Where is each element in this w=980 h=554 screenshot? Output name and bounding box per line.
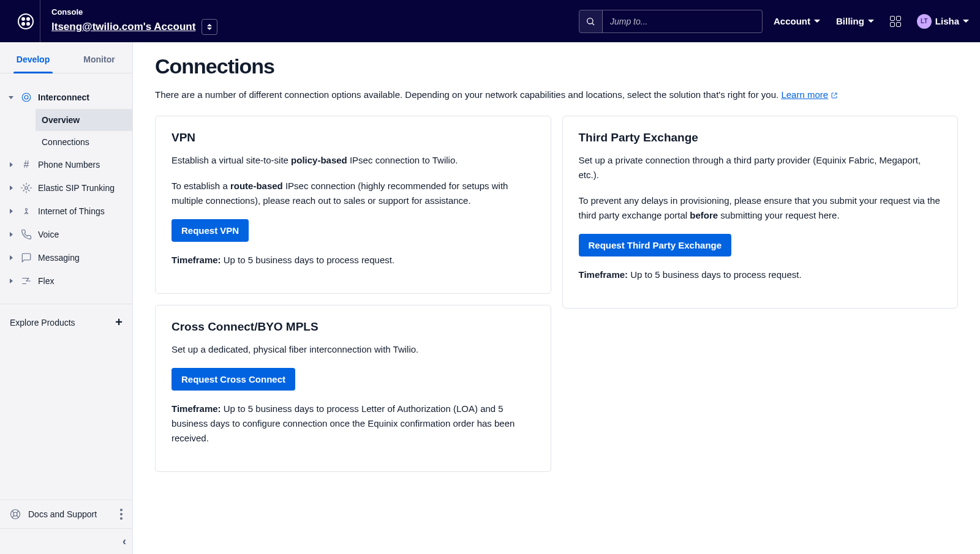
request-vpn-button[interactable]: Request VPN [172, 219, 249, 242]
card-text: To prevent any delays in provisioning, p… [579, 193, 942, 223]
hash-icon: # [21, 159, 32, 170]
top-nav: Account Billing LT Lisha [774, 14, 969, 29]
account-block: Console ltseng@twilio.com's Account [51, 7, 217, 35]
explore-label: Explore Products [10, 318, 75, 328]
card-title: VPN [172, 131, 535, 144]
chevron-right-icon [10, 209, 13, 214]
cards-grid: VPN Establish a virtual site-to-site pol… [155, 116, 958, 472]
account-switcher-button[interactable] [202, 19, 217, 35]
sidebar-item-label: Internet of Things [38, 206, 105, 216]
sidebar-item-interconnect[interactable]: Interconnect [0, 86, 132, 109]
chevron-right-icon [10, 162, 13, 167]
svg-point-0 [587, 18, 593, 23]
twilio-logo-icon [18, 13, 34, 29]
sidebar-nav: Interconnect Overview Connections # Phon… [0, 73, 132, 500]
search-input[interactable] [603, 10, 762, 32]
sidebar-item-label: Voice [38, 230, 59, 239]
request-tpx-button[interactable]: Request Third Party Exchange [579, 234, 732, 256]
docs-and-support[interactable]: Docs and Support [0, 500, 132, 528]
user-avatar: LT [917, 14, 932, 29]
intro-text: There are a number of different connecti… [155, 89, 781, 100]
page-title: Connections [155, 54, 958, 78]
docs-label: Docs and Support [28, 509, 97, 519]
account-name-link[interactable]: ltseng@twilio.com's Account [51, 21, 195, 33]
timeframe: Timeframe: Up to 5 business days to proc… [172, 253, 535, 268]
lifebuoy-icon [10, 509, 21, 520]
chevron-down-icon [963, 20, 969, 23]
explore-products[interactable]: Explore Products + [0, 308, 132, 337]
card-title: Third Party Exchange [579, 131, 942, 144]
account-menu[interactable]: Account [774, 16, 820, 26]
timeframe: Timeframe: Up to 5 business days to proc… [579, 268, 942, 282]
page-intro: There are a number of different connecti… [155, 89, 958, 100]
card-third-party-exchange: Third Party Exchange Set up a private co… [562, 116, 959, 309]
chevron-right-icon [10, 255, 13, 260]
brand-logo[interactable] [11, 0, 40, 42]
card-text: Establish a virtual site-to-site policy-… [172, 153, 535, 168]
svg-line-1 [592, 23, 594, 25]
card-text: Set up a private connection through a th… [579, 153, 942, 182]
chevron-down-icon [868, 20, 874, 23]
sidebar-item-label: Phone Numbers [38, 160, 100, 170]
sidebar-subitem-connections[interactable]: Connections [36, 131, 132, 153]
sidebar-item-elastic-sip[interactable]: Elastic SIP Trunking [0, 176, 132, 200]
sip-icon [21, 182, 32, 193]
phone-icon [21, 229, 32, 240]
chevron-up-icon [207, 24, 212, 26]
sidebar-item-messaging[interactable]: Messaging [0, 246, 132, 269]
svg-point-3 [24, 95, 28, 99]
search-button[interactable] [579, 10, 603, 32]
search-icon [586, 17, 595, 26]
chevron-down-icon [207, 28, 212, 30]
request-cross-connect-button[interactable]: Request Cross Connect [172, 368, 295, 391]
tab-develop[interactable]: Develop [0, 42, 66, 73]
card-text: Set up a dedicated, physical fiber inter… [172, 342, 535, 357]
svg-point-7 [13, 512, 17, 516]
card-text: To establish a route-based IPsec connect… [172, 179, 535, 208]
chevron-right-icon [10, 232, 13, 237]
chevron-down-icon [814, 20, 820, 23]
external-link-icon [831, 92, 838, 99]
tab-monitor[interactable]: Monitor [66, 42, 132, 73]
topbar: Console ltseng@twilio.com's Account Acco… [0, 0, 980, 42]
chevron-right-icon [10, 185, 13, 190]
svg-point-5 [26, 209, 28, 211]
sidebar: Develop Monitor Interconnect Overview Co… [0, 42, 133, 554]
iot-icon [21, 206, 32, 217]
card-cross-connect: Cross Connect/BYO MPLS Set up a dedicate… [155, 305, 551, 472]
learn-more-label: Learn more [781, 89, 828, 100]
plus-icon: + [115, 315, 123, 329]
user-name: Lisha [935, 16, 959, 26]
sidebar-subitem-overview[interactable]: Overview [36, 109, 132, 131]
main-content: Connections There are a number of differ… [133, 42, 980, 554]
sidebar-item-voice[interactable]: Voice [0, 223, 132, 246]
account-menu-label: Account [774, 16, 810, 26]
svg-point-4 [25, 187, 28, 190]
app-grid-icon[interactable] [890, 16, 901, 27]
sidebar-item-phone-numbers[interactable]: # Phone Numbers [0, 153, 132, 176]
billing-menu[interactable]: Billing [836, 16, 874, 26]
more-icon[interactable] [120, 509, 123, 520]
chevron-down-icon [9, 96, 13, 99]
learn-more-link[interactable]: Learn more [781, 89, 838, 100]
chat-icon [21, 252, 32, 263]
user-menu[interactable]: LT Lisha [917, 14, 969, 29]
search-box [579, 10, 763, 33]
chevron-right-icon [10, 279, 13, 283]
interconnect-icon [21, 92, 32, 103]
console-label: Console [51, 7, 217, 17]
timeframe: Timeframe: Up to 5 business days to proc… [172, 402, 535, 446]
svg-point-2 [22, 93, 31, 102]
card-title: Cross Connect/BYO MPLS [172, 320, 535, 334]
flex-icon [21, 275, 32, 286]
sidebar-item-label: Messaging [38, 253, 80, 263]
sidebar-item-iot[interactable]: Internet of Things [0, 200, 132, 223]
sidebar-item-flex[interactable]: Flex [0, 269, 132, 293]
sidebar-tabs: Develop Monitor [0, 42, 132, 73]
card-vpn: VPN Establish a virtual site-to-site pol… [155, 116, 551, 294]
sidebar-item-label: Flex [38, 276, 54, 286]
sidebar-item-label: Elastic SIP Trunking [38, 183, 115, 193]
sidebar-item-label: Interconnect [38, 92, 89, 102]
billing-menu-label: Billing [836, 16, 864, 26]
